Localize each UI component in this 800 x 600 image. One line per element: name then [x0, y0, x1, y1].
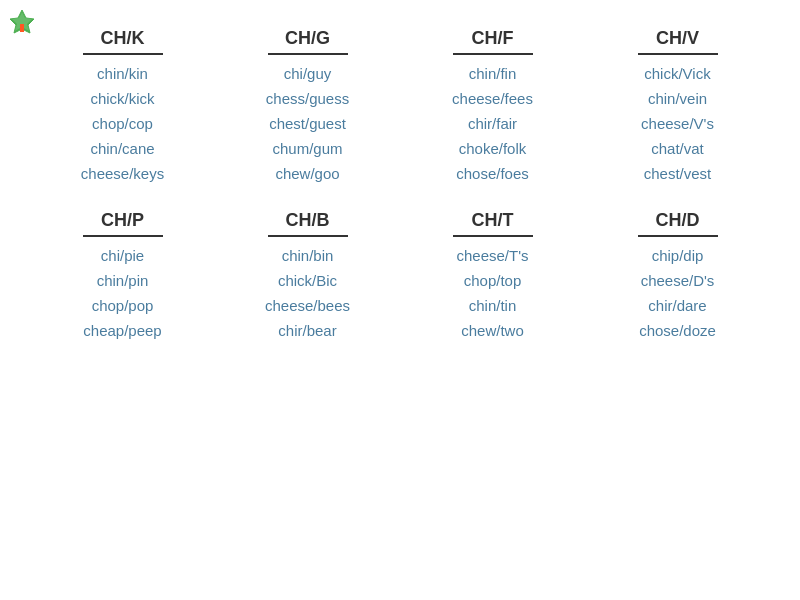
svg-rect-2 — [20, 24, 24, 32]
pair-CH/T-0: cheese/T's — [456, 247, 528, 264]
pair-CH/B-3: chir/bear — [278, 322, 336, 339]
pair-CH/K-3: chin/cane — [90, 140, 154, 157]
column-CH/P: CH/Pchi/piechin/pinchop/popcheap/peep — [30, 210, 215, 347]
page-title — [0, 0, 800, 28]
pair-CH/F-2: chir/fair — [468, 115, 517, 132]
pair-CH/T-3: chew/two — [461, 322, 524, 339]
pair-CH/P-1: chin/pin — [97, 272, 149, 289]
pair-CH/B-2: cheese/bees — [265, 297, 350, 314]
pair-CH/P-3: cheap/peep — [83, 322, 161, 339]
column-CH/K: CH/Kchin/kinchick/kickchop/copchin/canec… — [30, 28, 215, 190]
pair-CH/D-3: chose/doze — [639, 322, 716, 339]
column-CH/B: CH/Bchin/binchick/Biccheese/beeschir/bea… — [215, 210, 400, 347]
col-header-CH/T: CH/T — [453, 210, 533, 237]
column-CH/D: CH/Dchip/dipcheese/D'schir/darechose/doz… — [585, 210, 770, 347]
pair-CH/K-4: cheese/keys — [81, 165, 164, 182]
pair-CH/D-2: chir/dare — [648, 297, 706, 314]
col-header-CH/F: CH/F — [453, 28, 533, 55]
pair-CH/F-0: chin/fin — [469, 65, 517, 82]
col-header-CH/G: CH/G — [268, 28, 348, 55]
pair-CH/K-1: chick/kick — [90, 90, 154, 107]
col-header-CH/B: CH/B — [268, 210, 348, 237]
pair-CH/K-2: chop/cop — [92, 115, 153, 132]
pair-CH/V-1: chin/vein — [648, 90, 707, 107]
column-CH/F: CH/Fchin/fincheese/feeschir/fairchoke/fo… — [400, 28, 585, 190]
pair-CH/B-1: chick/Bic — [278, 272, 337, 289]
pair-CH/V-2: cheese/V's — [641, 115, 714, 132]
pair-CH/G-2: chest/guest — [269, 115, 346, 132]
col-header-CH/V: CH/V — [638, 28, 718, 55]
pair-CH/F-4: chose/foes — [456, 165, 529, 182]
logo-icon — [8, 8, 36, 36]
pair-CH/K-0: chin/kin — [97, 65, 148, 82]
pair-CH/G-4: chew/goo — [275, 165, 339, 182]
pair-CH/D-0: chip/dip — [652, 247, 704, 264]
pair-CH/D-1: cheese/D's — [641, 272, 715, 289]
col-header-CH/D: CH/D — [638, 210, 718, 237]
pair-CH/V-4: chest/vest — [644, 165, 712, 182]
pair-CH/V-3: chat/vat — [651, 140, 704, 157]
pair-CH/B-0: chin/bin — [282, 247, 334, 264]
pair-CH/G-0: chi/guy — [284, 65, 332, 82]
column-CH/G: CH/Gchi/guychess/guesschest/guestchum/gu… — [215, 28, 400, 190]
pair-CH/P-0: chi/pie — [101, 247, 144, 264]
pair-CH/V-0: chick/Vick — [644, 65, 710, 82]
top-grid: CH/Kchin/kinchick/kickchop/copchin/canec… — [0, 28, 800, 190]
bottom-grid: CH/Pchi/piechin/pinchop/popcheap/peepCH/… — [0, 210, 800, 347]
pair-CH/T-1: chop/top — [464, 272, 522, 289]
column-CH/V: CH/Vchick/Vickchin/veincheese/V'schat/va… — [585, 28, 770, 190]
pair-CH/G-1: chess/guess — [266, 90, 349, 107]
pair-CH/T-2: chin/tin — [469, 297, 517, 314]
column-CH/T: CH/Tcheese/T'schop/topchin/tinchew/two — [400, 210, 585, 347]
pair-CH/G-3: chum/gum — [272, 140, 342, 157]
pair-CH/F-3: choke/folk — [459, 140, 527, 157]
pair-CH/F-1: cheese/fees — [452, 90, 533, 107]
logo — [8, 8, 40, 36]
col-header-CH/K: CH/K — [83, 28, 163, 55]
col-header-CH/P: CH/P — [83, 210, 163, 237]
pair-CH/P-2: chop/pop — [92, 297, 154, 314]
